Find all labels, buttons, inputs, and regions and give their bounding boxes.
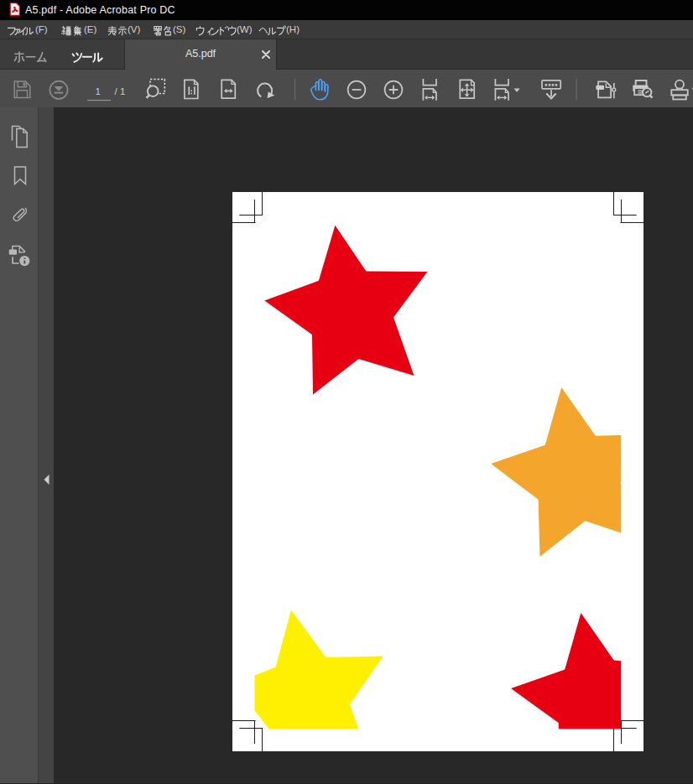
svg-text:1: 1 bbox=[96, 86, 101, 96]
svg-text:/ 1: / 1 bbox=[115, 86, 126, 96]
